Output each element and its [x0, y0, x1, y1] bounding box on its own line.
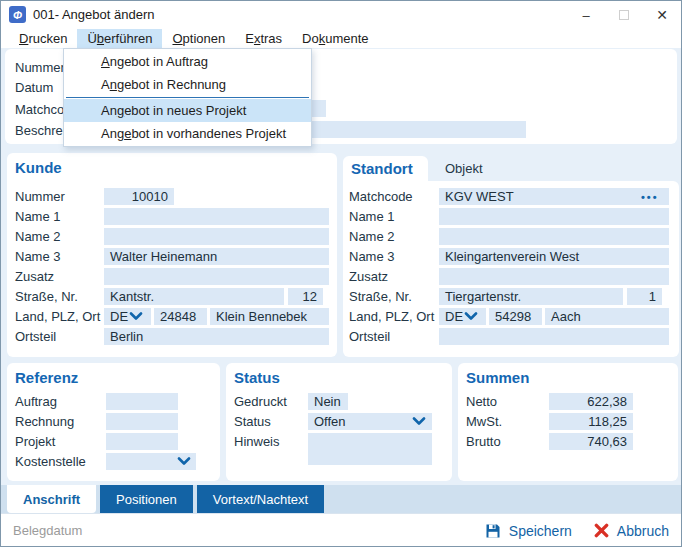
tab-objekt[interactable]: Objekt: [445, 161, 483, 176]
maximize-button: [605, 1, 643, 29]
app-logo-icon: Φ: [9, 6, 26, 23]
standort-name3-label: Name 3: [349, 248, 395, 265]
standort-ort-field[interactable]: Aach: [545, 308, 669, 325]
red-x-icon: [594, 523, 609, 538]
kunde-plz-field[interactable]: 24848: [154, 308, 207, 325]
tab-vortext-nachtext[interactable]: Vortext/Nachtext: [197, 485, 324, 513]
auftrag-field[interactable]: [106, 393, 178, 410]
standort-plz-field[interactable]: 54298: [489, 308, 542, 325]
menuitem-angebot-in-auftrag[interactable]: Angebot in Auftrag: [64, 50, 311, 73]
kunde-zusatz-field[interactable]: [104, 268, 329, 285]
referenz-panel: Referenz Auftrag Rechnung Projekt Kosten…: [7, 363, 220, 481]
cancel-button[interactable]: Abbruch: [594, 523, 669, 539]
kunde-title: Kunde: [15, 159, 62, 176]
status-panel: Status Gedruckt Nein Status Offen Hinwei…: [226, 363, 452, 481]
standort-zusatz-field[interactable]: [439, 268, 669, 285]
kunde-nummer-field[interactable]: 10010: [104, 188, 174, 205]
menu-ueberfuehren[interactable]: Überführen: [77, 29, 162, 48]
ueberfuehren-dropdown-menu: Angebot in Auftrag Angebot in Rechnung A…: [63, 48, 312, 147]
brutto-label: Brutto: [466, 433, 501, 450]
kunde-name2-field[interactable]: [104, 228, 329, 245]
rechnung-field[interactable]: [106, 413, 178, 430]
netto-label: Netto: [466, 393, 497, 410]
minimize-button[interactable]: –: [567, 1, 605, 29]
kunde-strasse-label: Straße, Nr.: [15, 288, 78, 305]
window-title: 001- Angebot ändern: [33, 7, 154, 22]
belegdatum-text: Belegdatum: [13, 523, 82, 538]
save-button[interactable]: Speichern: [485, 523, 572, 539]
kostenstelle-label: Kostenstelle: [15, 453, 86, 470]
rechnung-label: Rechnung: [15, 413, 74, 430]
chevron-down-icon[interactable]: [177, 457, 191, 466]
menu-dokumente[interactable]: Dokumente: [292, 29, 379, 48]
nummer-label: Nummer: [15, 59, 65, 76]
cancel-label: Abbruch: [617, 523, 669, 539]
kunde-nummer-label: Nummer: [15, 188, 65, 205]
standort-ortsteil-label: Ortsteil: [349, 328, 390, 345]
standort-land-select[interactable]: DE: [439, 308, 486, 325]
tab-standort[interactable]: Standort: [343, 156, 428, 181]
status-title: Status: [234, 369, 280, 386]
kunde-ortsteil-label: Ortsteil: [15, 328, 56, 345]
bottom-tab-bar: Anschrift Positionen Vortext/Nachtext: [1, 485, 681, 513]
standort-zusatz-label: Zusatz: [349, 268, 388, 285]
projekt-label: Projekt: [15, 433, 55, 450]
close-button[interactable]: ✕: [643, 1, 681, 29]
kunde-land-select[interactable]: DE: [104, 308, 151, 325]
save-label: Speichern: [509, 523, 572, 539]
summen-panel: Summen Netto 622,38 MwSt. 118,25 Brutto …: [458, 363, 678, 481]
gedruckt-label: Gedruckt: [234, 393, 287, 410]
dialog-window: Φ 001- Angebot ändern – ✕ Drucken Überfü…: [0, 0, 682, 547]
maximize-icon: [619, 10, 629, 20]
projekt-field[interactable]: [106, 433, 178, 450]
standort-strasse-label: Straße, Nr.: [349, 288, 412, 305]
tab-positionen[interactable]: Positionen: [100, 485, 193, 513]
standort-strasse-field[interactable]: Tiergartenstr.: [439, 288, 623, 305]
kunde-name1-label: Name 1: [15, 208, 61, 225]
kunde-strasse-field[interactable]: Kantstr.: [104, 288, 284, 305]
standort-name1-label: Name 1: [349, 208, 395, 225]
floppy-disk-icon: [485, 523, 501, 539]
matchcode-lookup-icon[interactable]: •••: [641, 191, 659, 203]
mwst-label: MwSt.: [466, 413, 502, 430]
standort-name1-field[interactable]: [439, 208, 669, 225]
kunde-zusatz-label: Zusatz: [15, 268, 54, 285]
chevron-down-icon[interactable]: [129, 312, 143, 321]
standort-name2-field[interactable]: [439, 228, 669, 245]
menu-separator: [66, 97, 309, 98]
kunde-ort-field[interactable]: Klein Bennebek: [210, 308, 329, 325]
standort-matchcode-field[interactable]: KGV WEST: [439, 188, 669, 205]
chevron-down-icon[interactable]: [412, 417, 426, 426]
menu-drucken[interactable]: Drucken: [9, 29, 77, 48]
brutto-field: 740,63: [549, 433, 633, 450]
kunde-name1-field[interactable]: [104, 208, 329, 225]
gedruckt-field: Nein: [308, 393, 348, 410]
menu-optionen[interactable]: Optionen: [162, 29, 235, 48]
menuitem-angebot-in-rechnung[interactable]: Angebot in Rechnung: [64, 73, 311, 96]
menuitem-angebot-in-neues-projekt[interactable]: Angebot in neues Projekt: [64, 99, 311, 122]
chevron-down-icon[interactable]: [464, 312, 478, 321]
kunde-name2-label: Name 2: [15, 228, 61, 245]
standort-name3-field[interactable]: Kleingartenverein West: [439, 248, 669, 265]
kunde-ortsteil-field[interactable]: Berlin: [104, 328, 329, 345]
standort-hausnr-field[interactable]: 1: [627, 288, 662, 305]
standort-matchcode-label: Matchcode: [349, 188, 413, 205]
mwst-field: 118,25: [549, 413, 633, 430]
referenz-title: Referenz: [15, 369, 78, 386]
standort-land-label: Land, PLZ, Ort: [349, 308, 434, 325]
kunde-panel: Kunde Nummer 10010 Name 1 Name 2 Name 3 …: [7, 153, 337, 357]
standort-ortsteil-field[interactable]: [439, 328, 669, 345]
kunde-hausnr-field[interactable]: 12: [288, 288, 323, 305]
standort-name2-label: Name 2: [349, 228, 395, 245]
menuitem-angebot-in-vorhandenes-projekt[interactable]: Angebot in vorhandenes Projekt: [64, 122, 311, 145]
kunde-name3-label: Name 3: [15, 248, 61, 265]
tab-anschrift[interactable]: Anschrift: [7, 485, 96, 513]
status-label: Status: [234, 413, 271, 430]
status-bar: Belegdatum Speichern Abbruch: [1, 513, 681, 547]
hinweis-field[interactable]: [308, 433, 432, 465]
standort-panel: Standort Objekt Matchcode KGV WEST ••• N…: [343, 153, 679, 357]
hinweis-label: Hinweis: [234, 433, 280, 450]
kunde-land-label: Land, PLZ, Ort: [15, 308, 100, 325]
menu-extras[interactable]: Extras: [235, 29, 292, 48]
kunde-name3-field[interactable]: Walter Heinemann: [104, 248, 329, 265]
